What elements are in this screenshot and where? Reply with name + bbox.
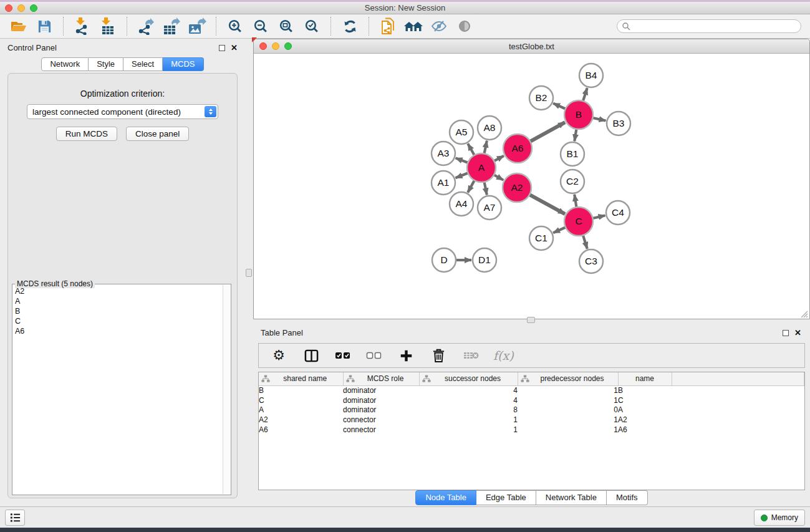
zoom-selected-button[interactable] (302, 17, 322, 36)
graph-node-B4[interactable]: B4 (579, 64, 603, 87)
graph-node-B1[interactable]: B1 (561, 142, 584, 166)
show-all-button[interactable] (455, 17, 475, 36)
network-canvas[interactable]: B4B2BB3A5A8A6B1A3AC2A1A2A4A7CC4C1C3DD1 (254, 54, 809, 319)
table-cell[interactable]: B (618, 385, 672, 395)
search-input[interactable] (617, 19, 801, 33)
result-scrollbar[interactable] (223, 285, 230, 494)
tab-network-table[interactable]: Network Table (536, 490, 607, 505)
clone-network-button[interactable] (378, 17, 398, 36)
memory-button[interactable]: Memory (754, 510, 805, 526)
table-row[interactable]: Adominator80A (259, 405, 804, 415)
table-cell[interactable]: 4 (419, 385, 518, 395)
tab-select[interactable]: Select (123, 57, 163, 71)
tab-edge-table[interactable]: Edge Table (476, 490, 536, 505)
tab-node-table[interactable]: Node Table (415, 490, 476, 505)
tab-motifs[interactable]: Motifs (607, 490, 648, 505)
graph-node-C1[interactable]: C1 (529, 226, 553, 250)
table-cell[interactable]: A2 (259, 415, 343, 425)
graph-edge-A-A7[interactable] (484, 181, 486, 195)
tab-style[interactable]: Style (89, 57, 123, 71)
graph-edge-A-A8[interactable] (484, 141, 486, 155)
import-table-button[interactable] (98, 17, 118, 36)
float-panel-button[interactable] (219, 45, 225, 51)
table-cell[interactable]: A6 (259, 425, 343, 435)
graph-node-A[interactable]: A (467, 153, 496, 182)
mcds-result-item[interactable]: B (15, 306, 222, 316)
main-titlebar[interactable]: Session: New Session (0, 2, 810, 14)
graph-edge-A6-B[interactable] (529, 122, 565, 142)
table-cell[interactable]: A2 (618, 415, 672, 425)
export-image-button[interactable] (187, 17, 207, 36)
graph-node-A6[interactable]: A6 (503, 134, 532, 163)
graph-node-C4[interactable]: C4 (606, 201, 630, 225)
table-cell[interactable]: C (259, 395, 343, 405)
delete-table-button[interactable] (461, 346, 481, 365)
column-header-successor-nodes[interactable]: successor nodes (419, 372, 518, 385)
table-settings-button[interactable]: ⚙ (269, 346, 289, 365)
graph-node-D[interactable]: D (432, 248, 456, 272)
tab-mcds[interactable]: MCDS (163, 57, 203, 71)
table-cell[interactable]: connector (343, 425, 419, 435)
graph-edge-B-B2[interactable] (553, 104, 566, 109)
graph-node-A7[interactable]: A7 (478, 196, 501, 220)
function-builder-button[interactable]: f(x) (493, 349, 514, 362)
table-cell[interactable]: 1 (419, 415, 518, 425)
export-network-button[interactable] (136, 17, 156, 36)
graph-edge-C-C3[interactable] (583, 235, 587, 249)
delete-column-button[interactable] (428, 346, 448, 365)
graph-edge-B-B3[interactable] (592, 118, 605, 121)
graph-node-B3[interactable]: B3 (607, 112, 630, 135)
graph-node-C3[interactable]: C3 (579, 249, 603, 273)
graph-edge-B-B1[interactable] (574, 128, 576, 142)
close-panel-button-mcds[interactable]: Close panel (126, 127, 189, 141)
table-cell[interactable]: 8 (419, 405, 518, 415)
horizontal-splitter-handle[interactable] (527, 317, 535, 323)
graph-node-D1[interactable]: D1 (473, 248, 496, 272)
hide-selected-button[interactable] (429, 17, 449, 36)
zoom-in-button[interactable] (225, 17, 245, 36)
graph-node-A8[interactable]: A8 (478, 116, 501, 140)
graph-edge-A-A4[interactable] (468, 180, 475, 192)
graph-edge-A-A5[interactable] (468, 143, 475, 156)
graph-edge-C-C4[interactable] (592, 216, 605, 219)
unselect-all-columns-button[interactable] (365, 346, 383, 365)
table-cell[interactable]: B (259, 385, 343, 395)
graph-edge-C-C1[interactable] (553, 227, 566, 233)
graph-node-A4[interactable]: A4 (450, 192, 473, 216)
graph-edge-B-B4[interactable] (583, 88, 587, 102)
table-cell[interactable]: 1 (419, 425, 518, 435)
open-session-button[interactable] (9, 17, 29, 36)
vertical-splitter-handle[interactable] (246, 269, 252, 277)
table-row[interactable]: Bdominator41B (259, 385, 804, 395)
export-table-button[interactable] (162, 17, 181, 36)
column-header-MCDS-role[interactable]: MCDS role (343, 372, 419, 385)
import-network-button[interactable] (72, 17, 92, 36)
table-row[interactable]: A6connector11A6 (259, 425, 804, 435)
show-log-button[interactable] (5, 510, 25, 526)
select-all-columns-button[interactable] (334, 346, 352, 365)
zoom-fit-button[interactable] (276, 17, 296, 36)
column-header-name[interactable]: name (618, 372, 672, 385)
mcds-result-list[interactable]: A2ABCA6 (15, 286, 222, 493)
table-cell[interactable]: 4 (419, 395, 518, 405)
graph-node-C2[interactable]: C2 (561, 170, 584, 193)
graph-node-B[interactable]: B (564, 100, 593, 129)
graph-edge-A-A1[interactable] (456, 173, 469, 178)
table-row[interactable]: A2connector11A2 (259, 415, 804, 425)
close-panel-button[interactable]: ✕ (231, 45, 238, 51)
close-table-panel-button[interactable]: ✕ (794, 330, 801, 336)
table-cell[interactable]: dominator (343, 385, 419, 395)
refresh-layout-button[interactable] (340, 17, 360, 36)
first-neighbors-button[interactable] (403, 17, 423, 36)
save-session-button[interactable] (34, 17, 54, 36)
network-window-titlebar[interactable]: testGlobe.txt (254, 39, 809, 54)
graph-node-B2[interactable]: B2 (529, 86, 553, 110)
mcds-result-item[interactable]: C (15, 316, 222, 326)
float-table-panel-button[interactable] (783, 330, 789, 336)
create-column-button[interactable] (396, 346, 416, 365)
table-cell[interactable]: A (618, 405, 672, 415)
graph-edge-A-A6[interactable] (493, 156, 504, 162)
graph-node-C[interactable]: C (564, 207, 593, 236)
column-header-predecessor-nodes[interactable]: predecessor nodes (518, 372, 618, 385)
table-cell[interactable]: C (618, 395, 672, 405)
